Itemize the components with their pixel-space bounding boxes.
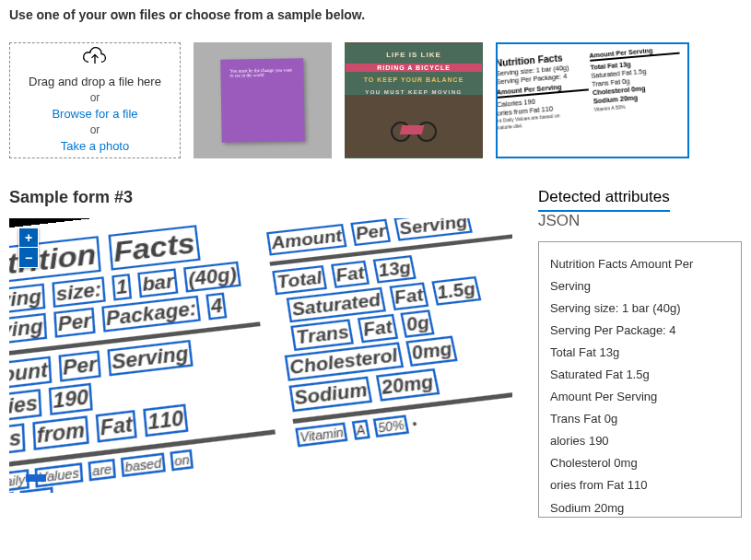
detected-line: Cholesterol 0mg [550,452,730,474]
detected-line: Nutrition Facts Amount Per Serving [550,253,730,298]
annotated-document: Nutrition Facts Serving size: 1 bar (40g… [9,218,512,493]
browse-file-link[interactable]: Browse for a file [52,106,137,122]
detected-line: Amount Per Serving [550,386,730,408]
bicycle-graphic [388,122,440,145]
detected-line: Serving size: 1 bar (40g) [550,298,730,320]
result-tabs: Detected attributes JSON [538,188,742,234]
sample-thumbnail-3[interactable]: Nutrition Facts Serving size: 1 bar (40g… [496,42,689,158]
sample-thumbnail-1[interactable]: You must be the change you want to see i… [194,42,332,158]
drop-text: Drag and drop a file here [29,74,161,90]
detected-line: Serving Per Package: 4 [550,320,730,342]
file-drop-zone[interactable]: Drag and drop a file here or Browse for … [9,42,181,158]
preview-title: Sample form #3 [9,188,512,207]
zoom-controls: + − [18,228,39,268]
or-text-1: or [90,90,100,106]
nutrition-label-graphic: Nutrition Facts Serving size: 1 bar (40g… [496,42,689,158]
samples-row: Drag and drop a file here or Browse for … [9,42,742,158]
detected-line: Sodium 20mg [550,497,730,518]
detected-attributes-panel: Nutrition Facts Amount Per Serving Servi… [538,241,742,518]
detected-line: ories from Fat 110 [550,474,730,496]
detected-line: Trans Fat 0g [550,408,730,430]
detected-line: Saturated Fat 1.5g [550,364,730,386]
zoom-in-button[interactable]: + [18,228,39,248]
sticky-note-graphic: You must be the change you want to see i… [220,58,305,143]
poster-line: RIDING A BICYCLE [346,64,482,72]
instruction-text: Use one of your own files or choose from… [9,7,742,22]
annotation-tag-icon [26,474,46,482]
zoom-out-button[interactable]: − [18,248,39,268]
tab-json[interactable]: JSON [538,212,580,234]
detected-line: Total Fat 13g [550,342,730,364]
poster-line: TO KEEP YOUR BALANCE [346,76,482,83]
cloud-upload-icon [82,46,108,68]
or-text-2: or [90,122,100,138]
poster-line: LIFE IS LIKE [346,51,482,59]
sample-thumbnail-2[interactable]: LIFE IS LIKE RIDING A BICYCLE TO KEEP YO… [345,42,483,158]
tab-detected-attributes[interactable]: Detected attributes [538,188,670,212]
take-photo-link[interactable]: Take a photo [61,138,129,155]
detected-line: alories 190 [550,430,730,452]
poster-line: YOU MUST KEEP MOVING [346,89,482,95]
image-preview: + − Nutrition Facts Serving size: 1 bar … [9,218,512,493]
